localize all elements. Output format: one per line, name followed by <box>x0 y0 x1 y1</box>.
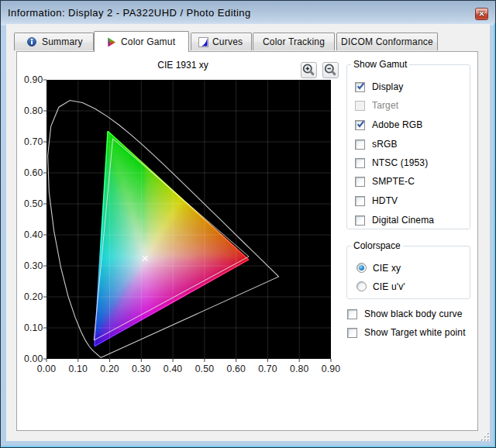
svg-text:0.90: 0.90 <box>322 364 341 374</box>
svg-text:0.30: 0.30 <box>132 364 151 374</box>
svg-text:0.40: 0.40 <box>164 364 183 374</box>
svg-text:0.70: 0.70 <box>258 364 277 374</box>
svg-text:0.10: 0.10 <box>24 322 43 333</box>
svg-text:0.00: 0.00 <box>24 353 43 364</box>
svg-text:0.30: 0.30 <box>24 260 43 271</box>
svg-text:0.60: 0.60 <box>226 364 246 374</box>
svg-text:0.50: 0.50 <box>195 364 215 374</box>
svg-text:0.20: 0.20 <box>24 291 43 302</box>
svg-text:0.80: 0.80 <box>290 364 309 374</box>
svg-text:0.00: 0.00 <box>37 364 57 374</box>
svg-text:0.60: 0.60 <box>24 167 43 178</box>
svg-text:0.10: 0.10 <box>69 364 88 374</box>
svg-text:0.70: 0.70 <box>24 136 43 147</box>
svg-text:0.90: 0.90 <box>24 74 43 85</box>
svg-text:0.50: 0.50 <box>24 198 43 209</box>
svg-text:0.20: 0.20 <box>100 364 119 374</box>
svg-text:0.80: 0.80 <box>24 105 43 116</box>
svg-text:0.40: 0.40 <box>24 229 43 240</box>
